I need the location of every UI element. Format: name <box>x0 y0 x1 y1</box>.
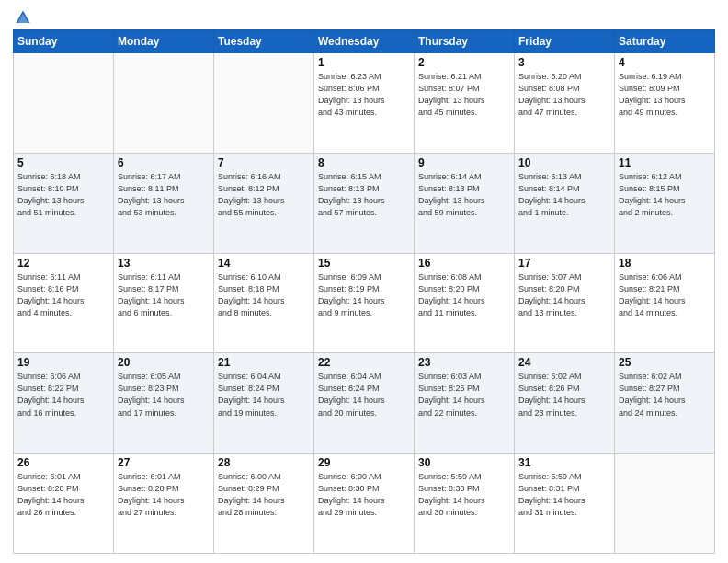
calendar-cell-3-3: 22Sunrise: 6:04 AM Sunset: 8:24 PM Dayli… <box>314 353 415 454</box>
day-number: 19 <box>17 356 109 369</box>
day-info: Sunrise: 6:02 AM Sunset: 8:26 PM Dayligh… <box>518 371 610 419</box>
calendar-cell-4-0: 26Sunrise: 6:01 AM Sunset: 8:28 PM Dayli… <box>14 454 114 554</box>
calendar-cell-0-0 <box>14 53 114 154</box>
day-info: Sunrise: 6:13 AM Sunset: 8:14 PM Dayligh… <box>518 171 610 219</box>
day-info: Sunrise: 6:04 AM Sunset: 8:24 PM Dayligh… <box>318 371 410 419</box>
day-number: 22 <box>318 356 410 369</box>
week-row-1: 5Sunrise: 6:18 AM Sunset: 8:10 PM Daylig… <box>14 153 715 253</box>
calendar-cell-4-4: 30Sunrise: 5:59 AM Sunset: 8:30 PM Dayli… <box>415 454 515 554</box>
calendar-cell-1-3: 8Sunrise: 6:15 AM Sunset: 8:13 PM Daylig… <box>314 153 415 253</box>
calendar-cell-0-5: 3Sunrise: 6:20 AM Sunset: 8:08 PM Daylig… <box>515 53 615 154</box>
calendar-cell-2-4: 16Sunrise: 6:08 AM Sunset: 8:20 PM Dayli… <box>415 253 515 353</box>
day-info: Sunrise: 6:05 AM Sunset: 8:23 PM Dayligh… <box>118 371 210 419</box>
week-row-2: 12Sunrise: 6:11 AM Sunset: 8:16 PM Dayli… <box>14 253 715 353</box>
weekday-header-sunday: Sunday <box>14 30 114 53</box>
day-info: Sunrise: 6:07 AM Sunset: 8:20 PM Dayligh… <box>518 271 610 319</box>
day-number: 11 <box>619 156 711 169</box>
day-info: Sunrise: 6:17 AM Sunset: 8:11 PM Dayligh… <box>118 171 210 219</box>
calendar-cell-2-5: 17Sunrise: 6:07 AM Sunset: 8:20 PM Dayli… <box>515 253 615 353</box>
weekday-header-row: SundayMondayTuesdayWednesdayThursdayFrid… <box>14 30 715 53</box>
day-info: Sunrise: 6:02 AM Sunset: 8:27 PM Dayligh… <box>619 371 711 419</box>
day-info: Sunrise: 6:15 AM Sunset: 8:13 PM Dayligh… <box>318 171 410 219</box>
day-info: Sunrise: 6:11 AM Sunset: 8:17 PM Dayligh… <box>118 271 210 319</box>
calendar-cell-0-1 <box>114 53 214 154</box>
day-number: 17 <box>518 257 610 270</box>
page: SundayMondayTuesdayWednesdayThursdayFrid… <box>0 0 728 563</box>
day-number: 27 <box>118 456 210 469</box>
calendar-cell-0-3: 1Sunrise: 6:23 AM Sunset: 8:06 PM Daylig… <box>314 53 415 154</box>
day-info: Sunrise: 6:16 AM Sunset: 8:12 PM Dayligh… <box>218 171 310 219</box>
day-info: Sunrise: 6:14 AM Sunset: 8:13 PM Dayligh… <box>418 171 510 219</box>
calendar-cell-4-1: 27Sunrise: 6:01 AM Sunset: 8:28 PM Dayli… <box>114 454 214 554</box>
day-info: Sunrise: 5:59 AM Sunset: 8:30 PM Dayligh… <box>418 471 510 519</box>
calendar-cell-2-3: 15Sunrise: 6:09 AM Sunset: 8:19 PM Dayli… <box>314 253 415 353</box>
calendar-cell-3-6: 25Sunrise: 6:02 AM Sunset: 8:27 PM Dayli… <box>615 353 715 454</box>
day-info: Sunrise: 6:03 AM Sunset: 8:25 PM Dayligh… <box>418 371 510 419</box>
day-number: 28 <box>218 456 310 469</box>
day-number: 20 <box>118 356 210 369</box>
day-number: 29 <box>318 456 410 469</box>
day-number: 7 <box>218 156 310 169</box>
day-number: 15 <box>318 257 410 270</box>
week-row-3: 19Sunrise: 6:06 AM Sunset: 8:22 PM Dayli… <box>14 353 715 454</box>
day-info: Sunrise: 6:10 AM Sunset: 8:18 PM Dayligh… <box>218 271 310 319</box>
calendar-cell-3-2: 21Sunrise: 6:04 AM Sunset: 8:24 PM Dayli… <box>214 353 314 454</box>
calendar: SundayMondayTuesdayWednesdayThursdayFrid… <box>13 29 715 554</box>
calendar-cell-2-0: 12Sunrise: 6:11 AM Sunset: 8:16 PM Dayli… <box>14 253 114 353</box>
day-info: Sunrise: 6:06 AM Sunset: 8:22 PM Dayligh… <box>17 371 109 419</box>
calendar-cell-1-1: 6Sunrise: 6:17 AM Sunset: 8:11 PM Daylig… <box>114 153 214 253</box>
day-number: 18 <box>619 257 711 270</box>
day-info: Sunrise: 6:04 AM Sunset: 8:24 PM Dayligh… <box>218 371 310 419</box>
day-number: 4 <box>619 56 711 69</box>
day-info: Sunrise: 6:12 AM Sunset: 8:15 PM Dayligh… <box>619 171 711 219</box>
calendar-cell-0-6: 4Sunrise: 6:19 AM Sunset: 8:09 PM Daylig… <box>615 53 715 154</box>
day-info: Sunrise: 6:18 AM Sunset: 8:10 PM Dayligh… <box>17 171 109 219</box>
calendar-cell-4-6 <box>615 454 715 554</box>
day-number: 12 <box>17 257 109 270</box>
day-number: 8 <box>318 156 410 169</box>
day-number: 3 <box>518 56 610 69</box>
day-number: 21 <box>218 356 310 369</box>
day-number: 2 <box>418 56 510 69</box>
calendar-cell-2-1: 13Sunrise: 6:11 AM Sunset: 8:17 PM Dayli… <box>114 253 214 353</box>
weekday-header-thursday: Thursday <box>415 30 515 53</box>
day-number: 5 <box>17 156 109 169</box>
day-number: 6 <box>118 156 210 169</box>
calendar-cell-0-2 <box>214 53 314 154</box>
calendar-cell-0-4: 2Sunrise: 6:21 AM Sunset: 8:07 PM Daylig… <box>415 53 515 154</box>
day-info: Sunrise: 6:09 AM Sunset: 8:19 PM Dayligh… <box>318 271 410 319</box>
day-number: 1 <box>318 56 410 69</box>
weekday-header-saturday: Saturday <box>615 30 715 53</box>
day-info: Sunrise: 6:01 AM Sunset: 8:28 PM Dayligh… <box>118 471 210 519</box>
calendar-cell-2-6: 18Sunrise: 6:06 AM Sunset: 8:21 PM Dayli… <box>615 253 715 353</box>
day-number: 16 <box>418 257 510 270</box>
day-info: Sunrise: 6:01 AM Sunset: 8:28 PM Dayligh… <box>17 471 109 519</box>
calendar-cell-3-0: 19Sunrise: 6:06 AM Sunset: 8:22 PM Dayli… <box>14 353 114 454</box>
day-number: 24 <box>518 356 610 369</box>
calendar-cell-3-4: 23Sunrise: 6:03 AM Sunset: 8:25 PM Dayli… <box>415 353 515 454</box>
weekday-header-wednesday: Wednesday <box>314 30 415 53</box>
day-number: 13 <box>118 257 210 270</box>
day-info: Sunrise: 6:19 AM Sunset: 8:09 PM Dayligh… <box>619 71 711 119</box>
logo <box>13 9 31 24</box>
calendar-cell-1-4: 9Sunrise: 6:14 AM Sunset: 8:13 PM Daylig… <box>415 153 515 253</box>
day-number: 26 <box>17 456 109 469</box>
calendar-cell-4-3: 29Sunrise: 6:00 AM Sunset: 8:30 PM Dayli… <box>314 454 415 554</box>
calendar-cell-3-5: 24Sunrise: 6:02 AM Sunset: 8:26 PM Dayli… <box>515 353 615 454</box>
weekday-header-monday: Monday <box>114 30 214 53</box>
calendar-cell-3-1: 20Sunrise: 6:05 AM Sunset: 8:23 PM Dayli… <box>114 353 214 454</box>
weekday-header-tuesday: Tuesday <box>214 30 314 53</box>
calendar-cell-1-6: 11Sunrise: 6:12 AM Sunset: 8:15 PM Dayli… <box>615 153 715 253</box>
calendar-cell-4-5: 31Sunrise: 5:59 AM Sunset: 8:31 PM Dayli… <box>515 454 615 554</box>
day-info: Sunrise: 6:11 AM Sunset: 8:16 PM Dayligh… <box>17 271 109 319</box>
day-number: 10 <box>518 156 610 169</box>
week-row-0: 1Sunrise: 6:23 AM Sunset: 8:06 PM Daylig… <box>14 53 715 154</box>
day-info: Sunrise: 6:20 AM Sunset: 8:08 PM Dayligh… <box>518 71 610 119</box>
day-number: 25 <box>619 356 711 369</box>
calendar-cell-2-2: 14Sunrise: 6:10 AM Sunset: 8:18 PM Dayli… <box>214 253 314 353</box>
day-number: 23 <box>418 356 510 369</box>
day-info: Sunrise: 6:00 AM Sunset: 8:29 PM Dayligh… <box>218 471 310 519</box>
day-number: 14 <box>218 257 310 270</box>
logo-icon <box>15 9 31 26</box>
day-info: Sunrise: 6:08 AM Sunset: 8:20 PM Dayligh… <box>418 271 510 319</box>
